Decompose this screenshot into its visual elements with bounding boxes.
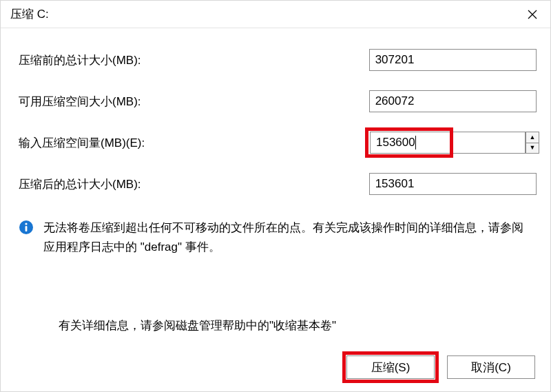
shrink-amount-spinner: ▲ ▼: [526, 132, 539, 154]
svg-rect-4: [25, 226, 28, 231]
shrink-volume-dialog: 压缩 C: 压缩前的总计大小(MB): 307201 可用压缩空间大小(MB):…: [0, 0, 551, 392]
close-icon: [528, 10, 537, 19]
spinner-down-button[interactable]: ▼: [526, 143, 539, 154]
row-available: 可用压缩空间大小(MB): 260072: [19, 89, 537, 114]
row-total-before: 压缩前的总计大小(MB): 307201: [19, 48, 537, 72]
close-button[interactable]: [514, 1, 550, 28]
label-total-before: 压缩前的总计大小(MB):: [19, 52, 369, 68]
row-shrink-amount: 输入压缩空间量(MB)(E): 153600 ▲ ▼: [19, 130, 537, 155]
label-total-after: 压缩后的总计大小(MB):: [19, 176, 369, 192]
window-title: 压缩 C:: [10, 6, 49, 22]
value-available: 260072: [369, 90, 537, 112]
info-text: 无法将卷压缩到超出任何不可移动的文件所在的点。有关完成该操作时间的详细信息，请参…: [43, 218, 531, 257]
row-total-after: 压缩后的总计大小(MB): 153601: [19, 172, 537, 196]
label-available: 可用压缩空间大小(MB):: [19, 94, 369, 110]
value-total-before: 307201: [369, 49, 537, 71]
label-shrink-amount: 输入压缩空间量(MB)(E):: [19, 135, 370, 151]
help-text: 有关详细信息，请参阅磁盘管理帮助中的"收缩基本卷": [59, 318, 537, 333]
value-total-after: 153601: [369, 173, 537, 195]
spinner-up-button[interactable]: ▲: [526, 132, 539, 143]
button-row: 压缩(S) 取消(C): [346, 355, 535, 379]
info-icon: [19, 220, 34, 235]
cancel-button[interactable]: 取消(C): [447, 355, 535, 379]
content-area: 压缩前的总计大小(MB): 307201 可用压缩空间大小(MB): 26007…: [1, 28, 550, 391]
input-shrink-amount[interactable]: 153600: [370, 132, 526, 154]
info-block: 无法将卷压缩到超出任何不可移动的文件所在的点。有关完成该操作时间的详细信息，请参…: [19, 218, 537, 257]
titlebar: 压缩 C:: [1, 1, 550, 28]
svg-point-3: [25, 223, 27, 225]
shrink-button[interactable]: 压缩(S): [346, 355, 435, 379]
